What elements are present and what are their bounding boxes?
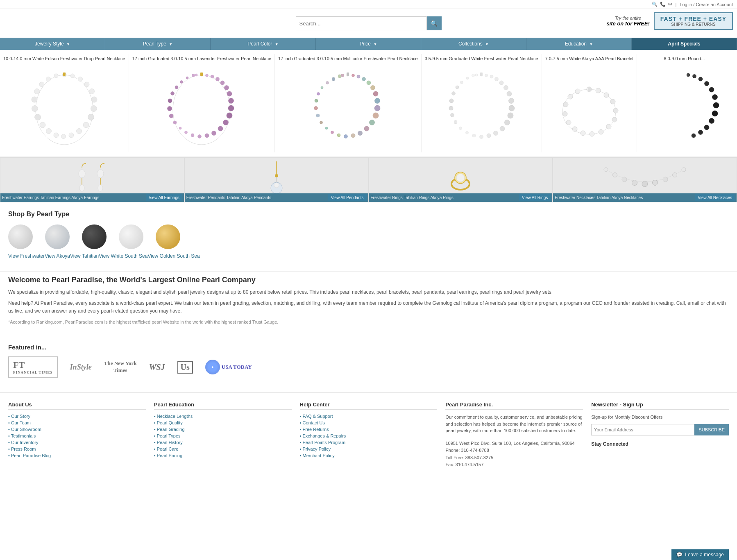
svg-point-88 [504, 86, 508, 90]
svg-point-15 [40, 122, 45, 128]
footer-company: Pearl Paradise Inc. Our commitment to qu… [445, 401, 583, 469]
nav-price[interactable]: Price ▼ [316, 38, 421, 50]
svg-point-28 [216, 77, 220, 81]
list-item[interactable]: Contact Us [300, 420, 438, 425]
list-item[interactable]: Pearl Paradise Blog [8, 453, 146, 458]
nav-jewelry-style[interactable]: Jewelry Style ▼ [0, 38, 105, 50]
list-item[interactable]: Our Story [8, 414, 146, 419]
view-all-rings-button[interactable]: View All Rings [519, 194, 551, 201]
svg-point-85 [490, 75, 493, 78]
svg-point-102 [451, 113, 454, 117]
list-item[interactable]: Merchant Policy [300, 453, 438, 458]
link-white-south-sea[interactable]: View White South Sea [99, 253, 147, 259]
svg-point-127 [568, 94, 573, 99]
category-tile-pendants[interactable]: Freshwater Pendants Tahitian Akoya Penda… [184, 157, 369, 202]
main-nav: Jewelry Style ▼ Pearl Type ▼ Pearl Color… [0, 38, 737, 50]
svg-point-81 [341, 74, 344, 77]
pearl-type-tahitian[interactable] [82, 224, 107, 249]
list-item[interactable]: Pearl Pricing [154, 453, 292, 458]
nav-pearl-type[interactable]: Pearl Type ▼ [105, 38, 211, 50]
pearl-type-freshwater[interactable] [8, 224, 33, 249]
nav-education[interactable]: Education ▼ [526, 38, 632, 50]
product-item[interactable]: 8.0-9.0 mm Round... [637, 54, 731, 152]
earrings-label: Freshwater Earrings Tahitian Earrings Ak… [0, 193, 184, 202]
link-tahitian[interactable]: View Tahitian [70, 253, 99, 259]
svg-point-108 [466, 77, 469, 79]
list-item[interactable]: Our Showroom [8, 427, 146, 432]
pearl-type-golden-south-sea[interactable] [156, 224, 180, 249]
list-item[interactable]: FAQ & Support [300, 414, 438, 419]
welcome-para-2: Need help? At Pearl Paradise, every asso… [8, 299, 729, 315]
link-golden-south-sea[interactable]: View Golden South Sea [147, 253, 200, 259]
nav-april-specials[interactable]: April Specials [632, 38, 737, 50]
svg-point-80 [338, 75, 341, 78]
svg-point-109 [472, 74, 475, 77]
phone-icon[interactable]: 📞 [660, 2, 666, 7]
list-item[interactable]: Pearl Types [154, 433, 292, 438]
view-all-earrings-button[interactable]: View All Earrings [146, 194, 182, 201]
chevron-down-icon: ▼ [169, 42, 172, 46]
link-freshwater[interactable]: View Freshwater [8, 253, 45, 259]
product-item[interactable]: 7.0-7.5 mm White Akoya AAA Pearl Bracele… [542, 54, 637, 152]
nav-pearl-color[interactable]: Pearl Color ▼ [211, 38, 316, 50]
product-item[interactable]: 3.5-9.5 mm Graduated White Freshwater Pe… [422, 54, 542, 152]
list-item[interactable]: Pearl Quality [154, 420, 292, 425]
svg-rect-129 [588, 87, 591, 91]
category-tile-necklaces[interactable]: Freshwater Necklaces Tahitian Akoya Neck… [553, 157, 737, 202]
svg-point-47 [171, 92, 175, 95]
email-icon[interactable]: ✉ [668, 2, 672, 7]
list-item[interactable]: Our Team [8, 420, 146, 425]
product-item[interactable]: 10.0-14.0 mm White Edison Freshwater Dro… [0, 54, 129, 152]
list-item[interactable]: Exchanges & Repairs [300, 433, 438, 438]
svg-point-2 [70, 74, 75, 78]
view-all-pendants-button[interactable]: View All Pendants [328, 194, 367, 201]
nav-collections[interactable]: Collections ▼ [421, 38, 526, 50]
welcome-heading: Welcome to Pearl Paradise, the World's L… [8, 276, 729, 284]
list-item[interactable]: Our Inventory [8, 440, 146, 445]
search-icon[interactable]: 🔍 [652, 2, 658, 7]
list-item[interactable]: Pearl Grading [154, 427, 292, 432]
svg-point-106 [456, 86, 459, 89]
svg-point-17 [32, 106, 38, 112]
list-item[interactable]: Necklace Lengths [154, 414, 292, 419]
product-image [161, 69, 243, 151]
list-item[interactable]: Free Returns [300, 427, 438, 432]
svg-point-101 [454, 120, 457, 124]
svg-point-132 [698, 77, 703, 81]
list-item[interactable]: Pearl Care [154, 447, 292, 451]
list-item[interactable]: Pearl Points Program [300, 440, 438, 445]
product-carousel: 10.0-14.0 mm White Edison Freshwater Dro… [0, 50, 737, 157]
category-tile-rings[interactable]: Freshwater Rings Tahitian Rings Akoya Ri… [369, 157, 553, 202]
list-item[interactable]: Privacy Policy [300, 447, 438, 451]
list-item[interactable]: Testimonials [8, 433, 146, 438]
svg-point-13 [54, 133, 59, 138]
svg-point-50 [186, 77, 188, 79]
login-link[interactable]: Log in / Create an Account [680, 2, 733, 7]
search-button[interactable]: 🔍 [427, 16, 442, 30]
svg-point-35 [223, 120, 229, 125]
link-akoya[interactable]: View Akoya [45, 253, 70, 259]
svg-point-86 [495, 77, 499, 81]
svg-point-68 [344, 135, 348, 138]
view-all-necklaces-button[interactable]: View All Necklaces [695, 194, 735, 201]
pearl-type-white-south-sea[interactable] [119, 224, 143, 249]
svg-point-145 [97, 170, 104, 178]
svg-point-159 [632, 180, 637, 186]
category-tile-earrings[interactable]: Freshwater Earrings Tahitian Earrings Ak… [0, 157, 184, 202]
svg-point-41 [185, 131, 188, 134]
svg-point-84 [485, 74, 488, 77]
newsletter-subscribe-button[interactable]: SUBSCRIBE [694, 424, 729, 435]
try-free-box: Try the entire site on for FREE! [606, 16, 649, 27]
product-item[interactable]: 17 inch Graduated 3.0-10.5 mm Lavender F… [129, 54, 275, 152]
search-input[interactable] [296, 16, 427, 30]
product-item[interactable]: 17 inch Graduated 3.0-10.5 mm Multicolor… [275, 54, 422, 152]
svg-point-98 [472, 134, 476, 137]
list-item[interactable]: Press Room [8, 447, 146, 451]
svg-point-40 [191, 134, 194, 137]
footer-company-desc: Our commitment to quality, customer serv… [445, 414, 583, 434]
footer-newsletter-heading: Newsletter - Sign Up [591, 401, 729, 410]
pearl-type-akoya[interactable] [45, 224, 70, 249]
list-item[interactable]: Pearl History [154, 440, 292, 445]
svg-point-10 [76, 129, 82, 134]
newsletter-email-input[interactable] [591, 424, 694, 435]
